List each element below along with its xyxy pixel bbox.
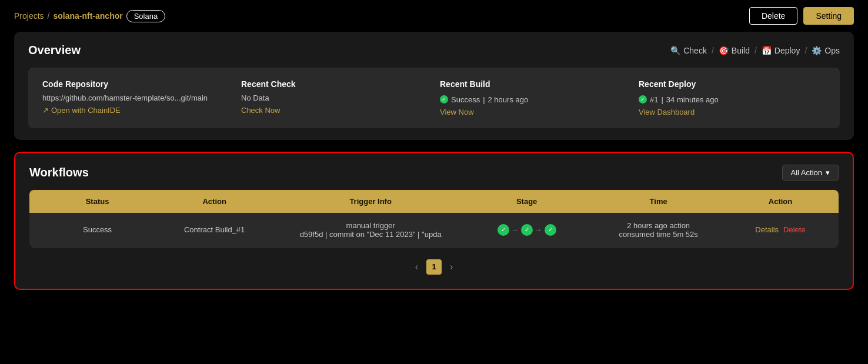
header-stage: Stage (468, 197, 585, 206)
deploy-label: Deploy (774, 46, 800, 55)
recent-build-status: ✓ Success | 2 hours ago (440, 95, 528, 104)
recent-check-value: No Data (241, 93, 428, 102)
details-link[interactable]: Details (755, 225, 779, 234)
breadcrumb-projects[interactable]: Projects (14, 11, 44, 21)
stage-dot-1: ✓ (498, 224, 509, 236)
build-label: Build (732, 46, 750, 55)
workflows-title: Workflows (29, 166, 89, 179)
header-action: Action (156, 197, 273, 206)
recent-build-label: Recent Build (440, 79, 627, 89)
open-chainide-label: Open with ChainIDE (51, 106, 121, 115)
time-line1: 2 hours ago action (585, 221, 732, 230)
check-now-link[interactable]: Check Now (241, 106, 428, 115)
stage-icons: ✓ → ✓ → ✓ (468, 224, 585, 236)
workflow-table: Status Action Trigger Info Stage Time Ac… (29, 190, 839, 248)
top-nav: Projects / solana-nft-anchor Solana Dele… (0, 0, 868, 32)
recent-check-card: Recent Check No Data Check Now (241, 79, 428, 116)
recent-deploy-label: Recent Deploy (639, 79, 826, 89)
next-page-button[interactable]: › (446, 261, 456, 273)
row-time: 2 hours ago action consumed time 5m 52s (585, 221, 732, 239)
stage-arrow-1: → (512, 226, 519, 234)
nav-build[interactable]: 🎯 Build (719, 46, 750, 55)
nav-check[interactable]: 🔍 Check (670, 46, 707, 55)
overview-title: Overview (28, 44, 81, 57)
delete-button[interactable]: Delete (749, 7, 797, 25)
recent-deploy-card: Recent Deploy ✓ #1 | 34 minutes ago View… (639, 79, 826, 116)
ops-label: Ops (824, 46, 840, 55)
action-links: Details Delete (732, 225, 829, 234)
recent-check-label: Recent Check (241, 79, 428, 89)
table-row: Success Contract Build_#1 manual trigger… (29, 213, 839, 248)
overview-section: Overview 🔍 Check / 🎯 Build / 📅 Deploy / (14, 32, 854, 140)
trigger-line1: manual trigger (273, 221, 468, 230)
stage-arrow-2: → (535, 226, 542, 234)
external-link-icon: ↗ (42, 106, 49, 115)
view-now-link[interactable]: View Now (440, 108, 627, 116)
row-status: Success (39, 225, 156, 234)
deploy-icon: 📅 (762, 46, 772, 55)
current-page[interactable]: 1 (426, 259, 442, 275)
success-dot-deploy: ✓ (639, 95, 647, 103)
all-action-button[interactable]: All Action ▾ (782, 165, 839, 181)
chevron-down-icon: ▾ (826, 168, 830, 177)
pagination: ‹ 1 › (29, 257, 839, 277)
overview-cards: Code Repository https://github.com/hamst… (28, 68, 840, 128)
setting-button[interactable]: Setting (803, 7, 854, 25)
top-buttons: Delete Setting (749, 7, 854, 25)
workflows-section: Workflows All Action ▾ Status Action Tri… (14, 152, 854, 290)
check-label: Check (683, 46, 707, 55)
success-dot-build: ✓ (440, 95, 448, 103)
deploy-num-text: #1 (650, 95, 658, 104)
recent-build-card: Recent Build ✓ Success | 2 hours ago Vie… (440, 79, 627, 116)
row-trigger: manual trigger d59f5d | commit on "Dec 1… (273, 221, 468, 239)
check-icon: 🔍 (670, 46, 680, 55)
header-status: Status (39, 197, 156, 206)
build-icon: 🎯 (719, 46, 729, 55)
trigger-line2: d59f5d | commit on "Dec 11 2023" | "upda (273, 230, 468, 239)
row-action: Contract Build_#1 (156, 225, 273, 234)
row-stage: ✓ → ✓ → ✓ (468, 224, 585, 236)
view-dashboard-link[interactable]: View Dashboard (639, 108, 826, 116)
header-action-col: Action (732, 197, 829, 206)
prev-page-button[interactable]: ‹ (412, 261, 422, 273)
workflows-header: Workflows All Action ▾ (29, 165, 839, 181)
code-repo-label: Code Repository (42, 79, 229, 89)
time-line2: consumed time 5m 52s (585, 230, 732, 239)
breadcrumb-tag[interactable]: Solana (126, 10, 165, 22)
code-repo-value: https://github.com/hamster-template/so..… (42, 93, 229, 102)
table-header: Status Action Trigger Info Stage Time Ac… (29, 190, 839, 213)
row-actions: Details Delete (732, 225, 829, 234)
main-content: Overview 🔍 Check / 🎯 Build / 📅 Deploy / (0, 32, 868, 290)
overview-nav: 🔍 Check / 🎯 Build / 📅 Deploy / ⚙️ Ops (670, 46, 840, 55)
breadcrumb-repo-name: solana-nft-anchor (53, 11, 122, 21)
recent-deploy-status: ✓ #1 | 34 minutes ago (639, 95, 719, 104)
open-chainide-link[interactable]: ↗ Open with ChainIDE (42, 106, 229, 115)
ops-icon: ⚙️ (812, 46, 822, 55)
breadcrumb: Projects / solana-nft-anchor Solana (14, 10, 165, 22)
build-status-text: Success (451, 95, 480, 104)
header-trigger: Trigger Info (273, 197, 468, 206)
stage-dot-2: ✓ (521, 224, 533, 236)
deploy-time-text: 34 minutes ago (666, 95, 719, 104)
overview-header: Overview 🔍 Check / 🎯 Build / 📅 Deploy / (28, 44, 840, 57)
nav-deploy[interactable]: 📅 Deploy (762, 46, 800, 55)
all-action-label: All Action (791, 168, 822, 177)
header-time: Time (585, 197, 732, 206)
code-repo-card: Code Repository https://github.com/hamst… (42, 79, 229, 116)
nav-ops[interactable]: ⚙️ Ops (812, 46, 840, 55)
breadcrumb-sep: / (48, 11, 50, 21)
row-delete-link[interactable]: Delete (783, 225, 806, 234)
stage-dot-3: ✓ (545, 224, 556, 236)
build-time-text: 2 hours ago (488, 95, 529, 104)
